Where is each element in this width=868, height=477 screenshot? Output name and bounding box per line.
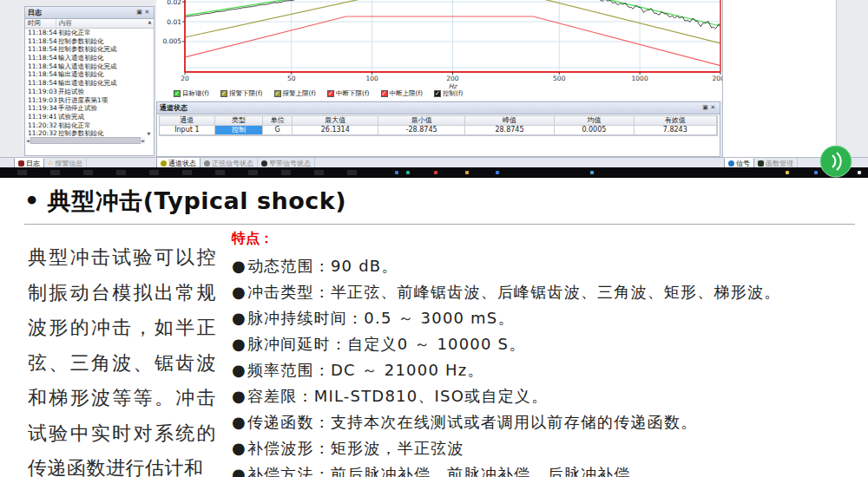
log-panel-titlebar: 日志 ▣ ✕ (25, 7, 154, 19)
channel-status-titlebar: 通道状态 ▣ ✕ (157, 102, 720, 114)
feature-item: ●容差限：MIL-STD810、ISO或自定义。 (232, 383, 839, 409)
feature-bullet: ● (232, 257, 247, 275)
page-title: • 典型冲击(Typical shock) (24, 186, 346, 217)
legend-label: 目标谱(f) (182, 89, 209, 98)
log-content: 执行进度表第1项 (56, 96, 154, 105)
scroll-right-icon[interactable]: ► (141, 138, 145, 143)
table-cell[interactable]: 控制 (215, 126, 264, 135)
column-header[interactable]: 最大值 (293, 116, 378, 126)
log-content: 输入通道初始化 (56, 54, 154, 62)
pin-icon[interactable]: ▣ (135, 9, 143, 16)
log-col-time: 时间 (25, 19, 56, 28)
scroll-left-icon[interactable]: ◄ (26, 138, 30, 143)
log-panel: 日志 ▣ ✕ 时间 内容 ▲ 11:18:54初始化正常11:18:54控制参数… (24, 6, 155, 156)
legend-checkbox[interactable]: ✓ (274, 90, 281, 97)
legend-checkbox[interactable]: ✓ (220, 90, 227, 97)
log-content: 试验完成 (56, 113, 154, 121)
pin-icon[interactable]: ▣ (701, 104, 709, 112)
feature-item: ●传递函数：支持本次在线测试或者调用以前存储的传递函数。 (232, 409, 839, 435)
taskbar-window-icon[interactable] (182, 170, 192, 175)
divider (24, 224, 855, 225)
taskbar-window-icon[interactable] (314, 170, 324, 175)
log-content: 手动停止试验 (56, 104, 154, 113)
column-header[interactable]: 单位 (263, 116, 293, 126)
channel-status-table: 通道类型单位最大值最小值峰值均值有效值Input 1控制G26.1314-28.… (159, 115, 718, 136)
windows-taskbar[interactable] (0, 167, 868, 178)
taskbar-window-icon[interactable] (50, 170, 60, 175)
taskbar-app-icon[interactable] (786, 171, 789, 174)
taskbar-window-icon[interactable] (116, 170, 126, 175)
taskbar-window-icon[interactable] (248, 170, 258, 175)
taskbar-app-icon[interactable] (434, 171, 437, 174)
feature-text: 容差限：MIL-STD810、ISO或自定义。 (247, 387, 548, 405)
table-cell[interactable]: 26.1314 (293, 126, 378, 135)
taskbar-app-icon[interactable] (590, 171, 594, 174)
column-header[interactable]: 均值 (555, 116, 634, 126)
taskbar-app-icon[interactable] (406, 171, 410, 174)
log-content: 输出通道初始化完成 (56, 79, 154, 88)
svg-text:0.02: 0.02 (167, 0, 181, 6)
column-header[interactable]: 有效值 (635, 116, 717, 126)
spectrum-chart: 2050100200500100020000.020.010.005Hz (156, 0, 727, 101)
table-cell[interactable]: G (263, 126, 293, 135)
dock-tab-label: 正弦信号状态 (212, 159, 253, 168)
scroll-down-icon[interactable]: ▼ (145, 131, 153, 136)
log-row: 11:18:54输出通道初始化 (25, 70, 154, 79)
scrollbar-thumb[interactable] (30, 137, 141, 144)
legend-checkbox[interactable]: ✓ (434, 90, 441, 97)
taskbar-window-icon[interactable] (83, 170, 93, 175)
legend-checkbox[interactable]: ✓ (327, 90, 334, 97)
table-cell[interactable]: 28.8745 (465, 126, 555, 135)
taskbar-window-icon[interactable] (281, 170, 291, 175)
taskbar-app-icon[interactable] (395, 171, 398, 174)
svg-text:1000: 1000 (632, 75, 648, 82)
features-list: ●动态范围：90 dB。●冲击类型：半正弦、前峰锯齿波、后峰锯齿波、三角波、矩形… (232, 253, 839, 477)
legend-checkbox[interactable]: ✓ (174, 90, 181, 97)
features-title: 特点： (232, 231, 839, 246)
log-row: 11:18:54控制参数初始化完成 (25, 45, 154, 54)
log-content: 初始化正常 (56, 121, 154, 130)
log-horizontal-scrollbar[interactable]: ◄ ► (26, 137, 145, 144)
taskbar-app-icon[interactable] (814, 171, 818, 174)
close-icon[interactable]: ✕ (709, 104, 717, 112)
column-header[interactable]: 类型 (215, 116, 264, 126)
column-header[interactable]: 最小值 (378, 116, 464, 126)
column-header[interactable]: 通道 (160, 116, 215, 126)
close-icon[interactable]: ✕ (143, 9, 151, 16)
feature-text: 动态范围：90 dB。 (247, 257, 398, 275)
column-header[interactable]: 峰值 (465, 116, 555, 126)
taskbar-window-icon[interactable] (149, 170, 159, 175)
legend-checkbox[interactable]: ✓ (381, 90, 388, 97)
svg-text:0.01: 0.01 (167, 18, 181, 26)
scroll-up-icon[interactable]: ▲ (146, 19, 154, 28)
taskbar-app-icon[interactable] (465, 171, 469, 174)
document-section: • 典型冲击(Typical shock) 典型冲击试验可以控制振动台模拟出常规… (0, 178, 868, 477)
legend-label: 报警下限(f) (229, 89, 263, 98)
svg-text:50: 50 (287, 75, 296, 82)
taskbar-app-icon[interactable] (858, 171, 861, 174)
feature-item: ●补偿方法：前后脉冲补偿，前脉冲补偿，后脉冲补偿 (232, 461, 839, 477)
legend-item: ✓报警上限(f) (274, 89, 317, 98)
log-time: 11:18:54 (25, 45, 56, 54)
table-cell[interactable]: -28.8745 (378, 126, 464, 135)
dock-tab-label: 信号 (736, 159, 750, 168)
table-row[interactable]: Input 1控制G26.1314-28.874528.87450.00057.… (160, 126, 717, 135)
table-cell[interactable]: 0.0005 (555, 126, 634, 135)
chart-legend: ✓目标谱(f)✓报警下限(f)✓报警上限(f)✓中断下限(f)✓中断上限(f)✓… (174, 89, 464, 98)
table-cell[interactable]: 7.8243 (635, 126, 717, 135)
log-row: 11:19:03开始试验 (25, 88, 154, 96)
taskbar-window-icon[interactable] (17, 170, 27, 175)
channel-status-icon (161, 160, 167, 167)
legend-label: 中断下限(f) (336, 89, 370, 98)
log-row: 11:19:03执行进度表第1项 (25, 96, 154, 105)
table-cell[interactable]: Input 1 (160, 126, 215, 135)
taskbar-window-icon[interactable] (347, 170, 357, 175)
feature-bullet: ● (232, 439, 247, 457)
feature-text: 脉冲间延时：自定义0 ～ 10000 S。 (247, 335, 526, 353)
taskbar-app-icon[interactable] (496, 171, 499, 174)
log-content: 控制参数初始化 (56, 37, 154, 46)
features-block: 特点： ●动态范围：90 dB。●冲击类型：半正弦、前峰锯齿波、后峰锯齿波、三角… (232, 231, 839, 477)
float-assistant-button[interactable] (819, 145, 852, 178)
taskbar-window-icon[interactable] (215, 170, 225, 175)
log-list: 11:18:54初始化正常11:18:54控制参数初始化11:18:54控制参数… (25, 29, 154, 138)
